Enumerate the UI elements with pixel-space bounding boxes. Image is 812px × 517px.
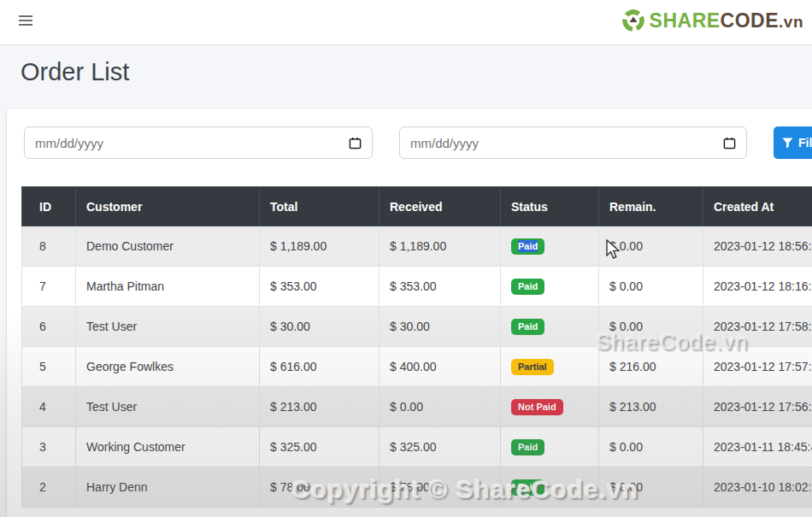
date-from-placeholder: mm/dd/yyyy bbox=[35, 136, 349, 150]
cell-status: Paid bbox=[501, 307, 599, 347]
filter-button[interactable]: Filter bbox=[774, 126, 812, 159]
cell-created_at: 2023-01-11 18:45:48 bbox=[703, 427, 812, 467]
brand-text: SHARECODE.vn bbox=[650, 9, 803, 32]
cell-status: Paid bbox=[501, 427, 599, 467]
cell-status: Paid bbox=[501, 226, 599, 267]
cell-total: $ 1,189.00 bbox=[260, 226, 380, 267]
column-header-created_at: Created At bbox=[703, 187, 812, 226]
cell-total: $ 616.00 bbox=[260, 347, 380, 387]
orders-card: mm/dd/yyyy mm/dd/yyyy Filter bbox=[7, 109, 812, 517]
filter-button-label: Filter bbox=[798, 136, 812, 150]
cell-remain: $ 0.00 bbox=[599, 267, 703, 307]
cell-created_at: 2023-01-10 18:02:57 bbox=[703, 467, 812, 508]
cell-remain: $ 0.00 bbox=[599, 307, 703, 347]
cell-status: Paid bbox=[501, 467, 599, 508]
table-row: 7Martha Pitman$ 353.00$ 353.00Paid$ 0.00… bbox=[22, 267, 812, 307]
cell-total: $ 325.00 bbox=[260, 427, 380, 467]
column-header-status: Status bbox=[501, 187, 599, 226]
brand-vn: .vn bbox=[779, 13, 803, 31]
cell-remain: $ 213.00 bbox=[599, 387, 703, 427]
status-badge: Paid bbox=[511, 319, 544, 335]
cell-created_at: 2023-01-12 17:56:27 bbox=[703, 387, 812, 427]
cell-received: $ 400.00 bbox=[380, 347, 501, 387]
cell-id: 4 bbox=[22, 387, 76, 427]
cell-total: $ 78.00 bbox=[260, 467, 380, 508]
cell-id: 8 bbox=[22, 226, 76, 267]
calendar-icon[interactable] bbox=[723, 137, 736, 150]
cell-remain: $ 0.00 bbox=[599, 427, 703, 467]
cell-total: $ 30.00 bbox=[260, 307, 380, 347]
table-row: 3Working Customer$ 325.00$ 325.00Paid$ 0… bbox=[22, 427, 812, 467]
cell-customer: Martha Pitman bbox=[76, 267, 260, 307]
cell-customer: Demo Customer bbox=[76, 226, 260, 267]
column-header-total: Total bbox=[260, 187, 380, 226]
cell-received: $ 325.00 bbox=[380, 427, 501, 467]
cell-id: 7 bbox=[22, 267, 76, 307]
cell-total: $ 213.00 bbox=[260, 387, 380, 427]
brand-code: CODE bbox=[721, 9, 779, 32]
top-navbar: SHARECODE.vn bbox=[0, 0, 812, 45]
table-row: 6Test User$ 30.00$ 30.00Paid$ 0.002023-0… bbox=[22, 307, 812, 347]
filter-funnel-icon bbox=[782, 138, 793, 149]
orders-table: IDCustomerTotalReceivedStatusRemain.Crea… bbox=[21, 186, 812, 508]
cell-id: 5 bbox=[22, 347, 76, 387]
cell-received: $ 1,189.00 bbox=[380, 226, 501, 267]
cell-customer: Test User bbox=[76, 387, 260, 427]
app-screen: SHARECODE.vn Order List mm/dd/yyyy mm/dd… bbox=[0, 0, 812, 517]
cell-remain: $ 0.00 bbox=[599, 226, 703, 267]
calendar-icon[interactable] bbox=[349, 137, 362, 150]
cell-id: 2 bbox=[22, 467, 76, 508]
date-from-input[interactable]: mm/dd/yyyy bbox=[24, 126, 373, 159]
sharecode-logo: SHARECODE.vn bbox=[621, 9, 803, 32]
table-row: 8Demo Customer$ 1,189.00$ 1,189.00Paid$ … bbox=[22, 226, 812, 267]
cell-id: 6 bbox=[22, 307, 76, 347]
status-badge: Paid bbox=[511, 439, 544, 455]
cell-received: $ 78.00 bbox=[380, 467, 501, 508]
cell-created_at: 2023-01-12 18:16:53 bbox=[703, 267, 812, 307]
date-to-placeholder: mm/dd/yyyy bbox=[410, 136, 723, 150]
cell-customer: Working Customer bbox=[76, 427, 260, 467]
cell-created_at: 2023-01-12 17:58:12 bbox=[703, 307, 812, 347]
column-header-id: ID bbox=[22, 187, 76, 226]
status-badge: Partial bbox=[511, 359, 554, 375]
table-row: 4Test User$ 213.00$ 0.00Not Paid$ 213.00… bbox=[22, 387, 812, 427]
status-badge: Paid bbox=[511, 479, 544, 496]
cell-customer: Harry Denn bbox=[76, 467, 260, 508]
column-header-received: Received bbox=[380, 187, 501, 226]
cell-received: $ 30.00 bbox=[380, 307, 501, 347]
menu-toggle-icon[interactable] bbox=[19, 15, 32, 28]
cell-id: 3 bbox=[22, 427, 76, 467]
brand-share: SHARE bbox=[650, 9, 721, 32]
status-badge: Not Paid bbox=[511, 399, 563, 415]
status-badge: Paid bbox=[511, 238, 544, 255]
cell-created_at: 2023-01-12 18:56:45 bbox=[703, 226, 812, 267]
cell-created_at: 2023-01-12 17:57:40 bbox=[703, 347, 812, 387]
column-header-remain: Remain. bbox=[599, 187, 703, 226]
page-title: Order List bbox=[21, 58, 129, 86]
table-row: 5George Fowlkes$ 616.00$ 400.00Partial$ … bbox=[22, 347, 812, 387]
cell-remain: $ 216.00 bbox=[599, 347, 703, 387]
status-badge: Paid bbox=[511, 279, 544, 295]
cell-total: $ 353.00 bbox=[260, 267, 380, 307]
cell-remain: $ 0.00 bbox=[599, 467, 703, 508]
date-to-input[interactable]: mm/dd/yyyy bbox=[399, 126, 747, 159]
table-row: 2Harry Denn$ 78.00$ 78.00Paid$ 0.002023-… bbox=[22, 467, 812, 508]
cell-status: Partial bbox=[501, 347, 599, 387]
column-header-customer: Customer bbox=[76, 187, 260, 226]
cell-received: $ 0.00 bbox=[380, 387, 501, 427]
table-header: IDCustomerTotalReceivedStatusRemain.Crea… bbox=[22, 187, 812, 226]
sharecode-logo-icon bbox=[621, 9, 645, 32]
cell-status: Not Paid bbox=[501, 387, 599, 427]
cell-customer: Test User bbox=[76, 307, 260, 347]
cell-customer: George Fowlkes bbox=[76, 347, 260, 387]
cell-status: Paid bbox=[501, 267, 599, 307]
cell-received: $ 353.00 bbox=[380, 267, 501, 307]
